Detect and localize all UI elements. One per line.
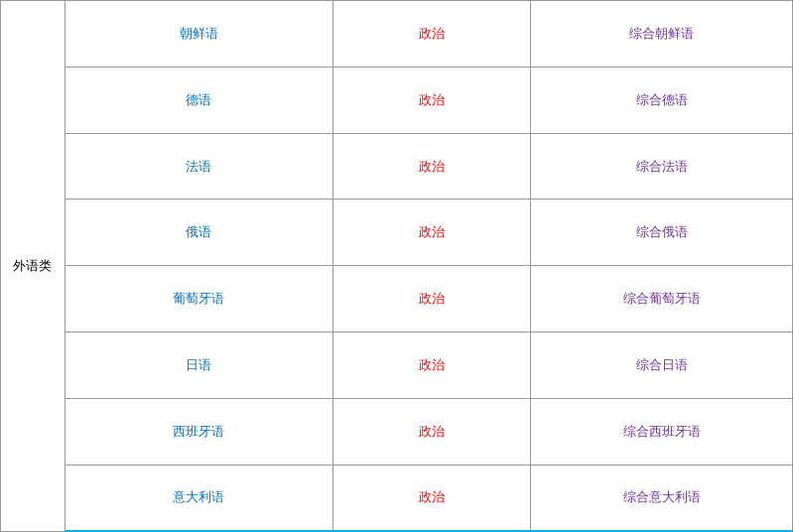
name-cell: 综合德语 (531, 66, 793, 133)
type-cell: 政治 (332, 200, 531, 266)
name-cell: 综合朝鲜语 (531, 1, 793, 67)
name-cell: 综合葡萄牙语 (531, 266, 793, 332)
main-table: 外语类朝鲜语政治综合朝鲜语德语政治综合德语法语政治综合法语俄语政治综合俄语葡萄牙… (0, 0, 793, 532)
name-cell: 综合意大利语 (531, 465, 793, 531)
subject-cell: 俄语 (65, 200, 332, 266)
name-cell: 综合俄语 (531, 200, 793, 266)
type-cell: 政治 (332, 66, 531, 133)
type-cell: 政治 (332, 266, 531, 332)
name-cell: 综合法语 (531, 133, 793, 200)
type-cell: 政治 (332, 332, 531, 399)
type-cell: 政治 (332, 133, 531, 200)
name-cell: 综合日语 (531, 332, 793, 399)
subject-cell: 日语 (65, 332, 332, 399)
subject-cell: 西班牙语 (65, 398, 332, 465)
subject-cell: 朝鲜语 (65, 1, 332, 67)
name-cell: 综合西班牙语 (531, 398, 793, 465)
subject-cell: 葡萄牙语 (65, 266, 332, 332)
type-cell: 政治 (332, 465, 531, 531)
type-cell: 政治 (332, 1, 531, 67)
page-container: 外语类朝鲜语政治综合朝鲜语德语政治综合德语法语政治综合法语俄语政治综合俄语葡萄牙… (0, 0, 793, 532)
category-cell: 外语类 (1, 1, 66, 532)
subject-cell: 意大利语 (65, 465, 332, 531)
table-wrapper: 外语类朝鲜语政治综合朝鲜语德语政治综合德语法语政治综合法语俄语政治综合俄语葡萄牙… (0, 0, 793, 532)
subject-cell: 法语 (65, 133, 332, 200)
type-cell: 政治 (332, 398, 531, 465)
subject-cell: 德语 (65, 66, 332, 133)
